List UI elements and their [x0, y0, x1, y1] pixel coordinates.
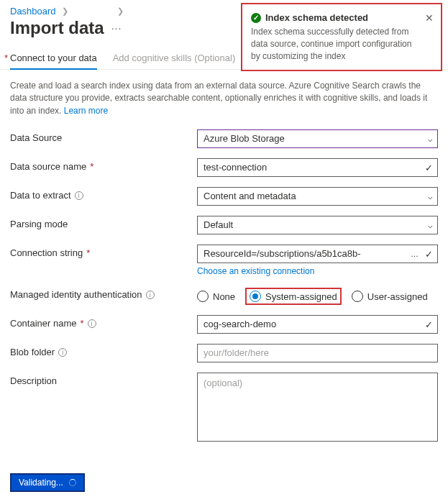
radio-system-assigned[interactable]	[250, 291, 261, 302]
spinner-icon	[69, 479, 76, 486]
chevron-down-icon: ⌵	[428, 134, 433, 144]
label-parsing: Parsing mode	[10, 216, 197, 229]
label-managed: Managed identity authentication i	[10, 286, 197, 300]
label-data-source: Data Source	[10, 129, 197, 143]
label-blob: Blob folder i	[10, 344, 197, 357]
tab-cognitive[interactable]: Add cognitive skills (Optional)	[113, 45, 236, 69]
label-ds-name: Data source name*	[10, 158, 197, 172]
description-textarea[interactable]: (optional)	[197, 373, 438, 442]
label-conn: Connection string*	[10, 245, 197, 258]
data-source-select[interactable]: Azure Blob Storage ⌵	[197, 129, 438, 148]
label-container: Container name* i	[10, 315, 197, 329]
data-source-name-input[interactable]: test-connection ✓	[197, 158, 438, 177]
info-icon[interactable]: i	[75, 191, 83, 200]
chevron-down-icon: ⌵	[428, 221, 433, 230]
ellipsis-icon: …	[411, 250, 419, 258]
toast-body: Index schema successfully detected from …	[251, 26, 419, 62]
label-description: Description	[10, 373, 197, 386]
info-icon[interactable]: i	[146, 291, 155, 299]
check-icon: ✓	[425, 319, 433, 330]
chevron-right-icon: ❯	[117, 6, 124, 16]
page-title: Import data	[10, 18, 104, 38]
check-icon: ✓	[425, 249, 433, 260]
tab-connect[interactable]: Connect to your data	[10, 45, 97, 69]
breadcrumb-dashboard[interactable]: Dashboard	[10, 6, 56, 17]
form: Data Source Azure Blob Storage ⌵ Data so…	[0, 122, 448, 449]
chevron-right-icon: ❯	[62, 6, 68, 16]
intro-text: Create and load a search index using dat…	[0, 70, 448, 122]
close-icon[interactable]: ✕	[425, 12, 434, 26]
more-menu-icon[interactable]: ···	[111, 22, 122, 34]
radio-none-label: None	[213, 291, 235, 302]
toast-title: Index schema detected	[265, 12, 368, 24]
radio-user-assigned[interactable]	[352, 291, 363, 302]
radio-none[interactable]	[197, 291, 209, 302]
learn-more-link[interactable]: Learn more	[64, 106, 108, 116]
radio-user-assigned-label: User-assigned	[367, 291, 428, 302]
blob-folder-input[interactable]: your/folder/here	[197, 344, 438, 362]
validating-button[interactable]: Validating...	[10, 473, 85, 492]
container-name-input[interactable]: cog-search-demo ✓	[197, 315, 438, 334]
check-icon: ✓	[425, 163, 433, 173]
parsing-mode-select[interactable]: Default ⌵	[197, 216, 438, 234]
info-icon[interactable]: i	[58, 348, 67, 357]
connection-string-input[interactable]: ResourceId=/subscriptions/a5b1ca8b- … ✓	[197, 245, 438, 263]
chevron-down-icon: ⌵	[428, 192, 433, 201]
radio-system-assigned-label: System-assigned	[265, 291, 337, 302]
success-icon: ✓	[251, 13, 261, 23]
data-to-extract-select[interactable]: Content and metadata ⌵	[197, 187, 438, 206]
info-icon[interactable]: i	[88, 319, 96, 328]
managed-identity-radio-group: None System-assigned User-assigned	[197, 286, 438, 305]
label-extract: Data to extract i	[10, 187, 197, 201]
choose-existing-connection-link[interactable]: Choose an existing connection	[197, 266, 314, 276]
toast-notification: ✕ ✓ Index schema detected Index schema s…	[241, 3, 442, 71]
